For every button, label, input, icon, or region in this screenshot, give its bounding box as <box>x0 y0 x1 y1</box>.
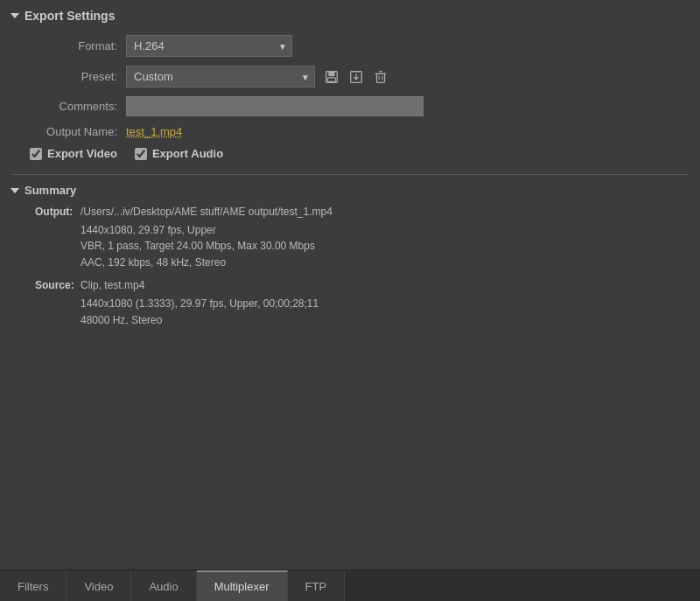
delete-preset-button[interactable] <box>371 67 390 87</box>
source-key: Source: <box>35 277 80 294</box>
preset-select[interactable]: Custom Match Source - High bitrate Match… <box>126 66 315 87</box>
output-line2: 1440x1080, 29.97 fps, Upper <box>80 222 688 239</box>
format-dropdown-wrapper: H.264 H.265 MPEG2 QuickTime AVI ▼ <box>126 35 292 57</box>
tab-filters[interactable]: Filters <box>0 570 66 601</box>
output-name-label: Output Name: <box>30 125 126 138</box>
export-audio-checkbox[interactable] <box>135 148 147 160</box>
summary-content: Output: /Users/...iv/Desktop/AME stuff/A… <box>12 204 688 328</box>
preset-label: Preset: <box>30 70 126 83</box>
trash-icon <box>373 69 388 85</box>
source-line1: Clip, test.mp4 <box>80 277 144 294</box>
format-select[interactable]: H.264 H.265 MPEG2 QuickTime AVI <box>126 35 292 57</box>
output-summary-row: Output: /Users/...iv/Desktop/AME stuff/A… <box>35 204 688 220</box>
divider <box>12 174 688 175</box>
collapse-icon[interactable] <box>10 13 19 18</box>
output-path: /Users/...iv/Desktop/AME stuff/AME outpu… <box>80 204 332 220</box>
preset-dropdown-wrapper: Custom Match Source - High bitrate Match… <box>126 66 315 87</box>
tab-ftp[interactable]: FTP <box>288 570 346 601</box>
format-control: H.264 H.265 MPEG2 QuickTime AVI ▼ <box>126 35 688 57</box>
preset-icons <box>322 67 390 87</box>
source-line3: 48000 Hz, Stereo <box>80 312 688 329</box>
output-line4: AAC, 192 kbps, 48 kHz, Stereo <box>80 255 688 271</box>
save-preset-button[interactable] <box>322 67 341 87</box>
export-video-checkbox[interactable] <box>30 148 42 160</box>
comments-control <box>126 96 688 116</box>
tab-video[interactable]: Video <box>66 570 131 601</box>
output-name-row: Output Name: test_1.mp4 <box>12 125 688 138</box>
tab-multiplexer[interactable]: Multiplexer <box>197 570 288 601</box>
export-audio-label[interactable]: Export Audio <box>135 147 223 160</box>
checkboxes-row: Export Video Export Audio <box>12 147 688 160</box>
export-settings-panel: Export Settings Format: H.264 H.265 MPEG… <box>0 0 700 570</box>
format-row: Format: H.264 H.265 MPEG2 QuickTime AVI … <box>12 35 688 57</box>
save-icon <box>324 69 340 85</box>
export-video-text: Export Video <box>47 147 117 160</box>
comments-label: Comments: <box>30 100 126 113</box>
output-name-control: test_1.mp4 <box>126 125 688 138</box>
summary-section: Summary Output: /Users/...iv/Desktop/AME… <box>12 184 688 328</box>
output-name-link[interactable]: test_1.mp4 <box>126 125 182 138</box>
load-preset-button[interactable] <box>346 67 366 87</box>
tabs-bar: Filters Video Audio Multiplexer FTP <box>0 570 700 601</box>
source-line2: 1440x1080 (1.3333), 29.97 fps, Upper, 00… <box>80 296 688 312</box>
section-title: Export Settings <box>24 9 115 23</box>
source-summary-row: Source: Clip, test.mp4 <box>35 277 688 294</box>
summary-title: Summary <box>24 184 76 197</box>
export-audio-text: Export Audio <box>152 147 223 160</box>
export-video-label[interactable]: Export Video <box>30 147 117 160</box>
svg-rect-1 <box>328 71 334 75</box>
svg-rect-5 <box>377 73 385 82</box>
tab-audio[interactable]: Audio <box>131 570 196 601</box>
preset-control: Custom Match Source - High bitrate Match… <box>126 66 688 87</box>
output-key: Output: <box>35 204 80 220</box>
output-line3: VBR, 1 pass, Target 24.00 Mbps, Max 30.0… <box>80 238 688 255</box>
summary-collapse-icon[interactable] <box>10 188 19 193</box>
summary-header: Summary <box>12 184 688 197</box>
svg-rect-2 <box>328 77 336 81</box>
preset-row: Preset: Custom Match Source - High bitra… <box>12 66 688 87</box>
comments-row: Comments: <box>12 96 688 116</box>
load-icon <box>348 69 364 85</box>
section-header: Export Settings <box>12 9 688 23</box>
comments-input[interactable] <box>126 96 424 116</box>
format-label: Format: <box>30 39 126 52</box>
